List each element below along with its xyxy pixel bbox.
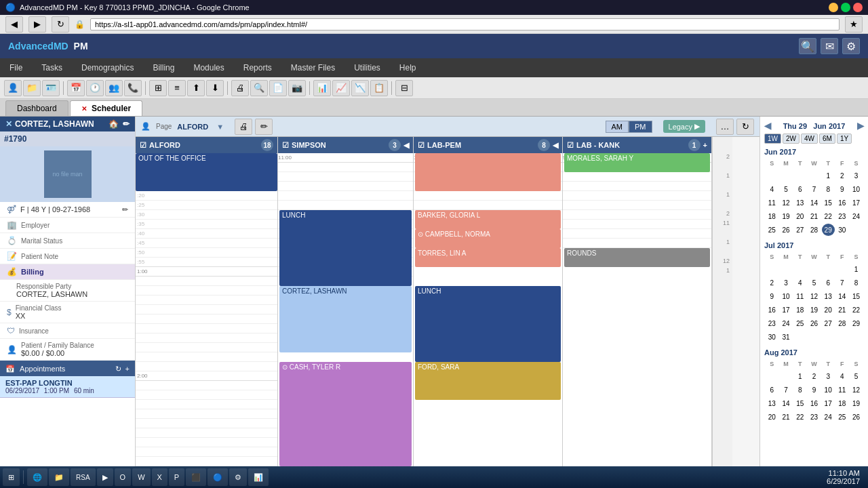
jul-day-17[interactable]: 17 bbox=[780, 304, 793, 316]
aug-day-21[interactable]: 21 bbox=[780, 411, 793, 423]
jul-day-29[interactable]: 29 bbox=[850, 317, 863, 329]
settings-icon[interactable]: ⚙ bbox=[842, 38, 860, 54]
jun-day-6[interactable]: 6 bbox=[793, 183, 806, 195]
jun-day-18[interactable]: 18 bbox=[766, 210, 778, 222]
jul-day-3[interactable]: 3 bbox=[780, 277, 793, 289]
jun-day-11[interactable]: 11 bbox=[766, 197, 778, 209]
maximize-button[interactable] bbox=[841, 3, 850, 12]
aug-day-22[interactable]: 22 bbox=[793, 411, 806, 423]
chart4-icon[interactable]: 📋 bbox=[370, 80, 388, 96]
download-icon[interactable]: ⬇ bbox=[206, 80, 224, 96]
jul-day-26[interactable]: 26 bbox=[808, 317, 821, 329]
pm-button[interactable]: PM bbox=[629, 121, 652, 133]
appt-refresh-icon[interactable]: ↻ bbox=[115, 365, 121, 373]
jul-day-23[interactable]: 23 bbox=[766, 317, 778, 329]
nav-modules[interactable]: Modules bbox=[184, 58, 233, 77]
jul-day-6[interactable]: 6 bbox=[822, 277, 835, 289]
upload-icon[interactable]: ⬆ bbox=[187, 80, 205, 96]
aug-day-3[interactable]: 3 bbox=[822, 370, 835, 382]
ppt-button[interactable]: P bbox=[169, 468, 184, 486]
aug-day-25[interactable]: 25 bbox=[836, 411, 849, 423]
jun-day-19[interactable]: 19 bbox=[780, 210, 793, 222]
aug-day-17[interactable]: 17 bbox=[822, 397, 835, 409]
jul-day-22[interactable]: 22 bbox=[850, 304, 863, 316]
doc-icon[interactable]: 📄 bbox=[269, 80, 287, 96]
media-button[interactable]: ▶ bbox=[97, 468, 113, 486]
table-icon[interactable]: ⊞ bbox=[149, 80, 167, 96]
jun-day-26[interactable]: 26 bbox=[780, 224, 793, 236]
jul-day-18[interactable]: 18 bbox=[793, 304, 806, 316]
jun-day-9[interactable]: 9 bbox=[836, 183, 849, 195]
aug-day-11[interactable]: 11 bbox=[836, 384, 849, 396]
alford-appt-out-of-office[interactable]: OUT OF THE OFFICE bbox=[136, 153, 277, 191]
aug-day-13[interactable]: 13 bbox=[766, 397, 778, 409]
jun-day-10[interactable]: 10 bbox=[850, 183, 863, 195]
simpson-collapse-icon[interactable]: ◀ bbox=[403, 141, 409, 150]
lab-pem-barker[interactable]: BARKER, GLORIA L bbox=[415, 210, 561, 229]
lab-pem-collapse-icon[interactable]: ◀ bbox=[553, 141, 558, 150]
jul-day-20[interactable]: 20 bbox=[822, 304, 835, 316]
simpson-lunch[interactable]: LUNCH bbox=[279, 210, 412, 286]
aug-day-6[interactable]: 6 bbox=[766, 384, 778, 396]
jul-day-10[interactable]: 10 bbox=[780, 290, 793, 302]
lab-kank-body[interactable]: 9:00 MORALES, SARAH Y ROUNDS bbox=[563, 153, 711, 488]
jun-day-3[interactable]: 3 bbox=[850, 169, 863, 182]
scheduler-edit-icon[interactable]: ✏ bbox=[255, 119, 273, 135]
aug-day-18[interactable]: 18 bbox=[836, 397, 849, 409]
jun-day-21[interactable]: 21 bbox=[808, 210, 821, 222]
jul-day-2[interactable]: 2 bbox=[766, 277, 778, 289]
next-month-arrow[interactable]: ▶ bbox=[857, 121, 864, 131]
jun-day-20[interactable]: 20 bbox=[793, 210, 806, 222]
simpson-cash[interactable]: ⊙ CASH, TYLER R bbox=[279, 362, 412, 466]
phone-icon[interactable]: 📞 bbox=[124, 80, 142, 96]
user-icon[interactable]: 👥 bbox=[105, 80, 123, 96]
jun-day-2[interactable]: 2 bbox=[836, 169, 849, 182]
aug-day-20[interactable]: 20 bbox=[766, 411, 778, 423]
jul-day-4[interactable]: 4 bbox=[793, 277, 806, 289]
lab-pem-campbell[interactable]: ⊙ CAMPBELL, NORMA bbox=[415, 229, 561, 248]
chevron-down-icon[interactable]: ▼ bbox=[216, 123, 224, 131]
view-1w[interactable]: 1W bbox=[764, 134, 781, 144]
nav-reports[interactable]: Reports bbox=[234, 58, 281, 77]
aug-day-5[interactable]: 5 bbox=[850, 370, 863, 382]
nav-utilities[interactable]: Utilities bbox=[344, 58, 390, 77]
aug-day-1[interactable]: 1 bbox=[793, 370, 806, 382]
aug-day-4[interactable]: 4 bbox=[836, 370, 849, 382]
jul-day-24[interactable]: 24 bbox=[780, 317, 793, 329]
start-button[interactable]: ⊞ bbox=[3, 468, 20, 486]
lab-kank-add-icon[interactable]: + bbox=[703, 141, 707, 149]
aug-day-2[interactable]: 2 bbox=[808, 370, 821, 382]
prev-month-arrow[interactable]: ◀ bbox=[764, 121, 771, 131]
simpson-cortez[interactable]: CORTEZ, LASHAWN bbox=[279, 286, 412, 352]
jun-day-16[interactable]: 16 bbox=[836, 197, 849, 209]
aug-day-23[interactable]: 23 bbox=[808, 411, 821, 423]
aug-day-9[interactable]: 9 bbox=[808, 384, 821, 396]
aug-day-19[interactable]: 19 bbox=[850, 397, 863, 409]
lab-pem-lunch[interactable]: LUNCH bbox=[415, 286, 561, 362]
more-options-icon[interactable]: … bbox=[716, 119, 734, 135]
alford-body[interactable]: OUT OF THE OFFICE 12:00 :05 :10 :15 :20 … bbox=[136, 153, 277, 488]
bookmark-button[interactable]: ★ bbox=[845, 16, 863, 33]
aug-day-14[interactable]: 14 bbox=[780, 397, 793, 409]
search-icon[interactable]: 🔍 bbox=[799, 38, 816, 54]
scan-icon[interactable]: 📷 bbox=[288, 80, 306, 96]
folder-icon[interactable]: 📁 bbox=[23, 80, 41, 96]
refresh-scheduler-icon[interactable]: ↻ bbox=[736, 119, 754, 135]
gear-button[interactable]: ⚙ bbox=[229, 468, 247, 486]
jun-day-8[interactable]: 8 bbox=[822, 183, 835, 195]
jul-day-25[interactable]: 25 bbox=[793, 317, 806, 329]
id-icon[interactable]: 🪪 bbox=[42, 80, 60, 96]
appointment-item[interactable]: EST-PAP LONGTIN 06/29/2017 1:00 PM 60 mi… bbox=[0, 376, 135, 398]
jul-day-14[interactable]: 14 bbox=[836, 290, 849, 302]
lab-pem-top-block[interactable] bbox=[415, 153, 561, 191]
jul-day-5[interactable]: 5 bbox=[808, 277, 821, 289]
jun-day-28[interactable]: 28 bbox=[808, 224, 821, 236]
chart3-icon[interactable]: 📉 bbox=[351, 80, 369, 96]
jun-day-23[interactable]: 23 bbox=[836, 210, 849, 222]
aug-day-26[interactable]: 26 bbox=[850, 411, 863, 423]
calendar-icon[interactable]: 📅 bbox=[67, 80, 85, 96]
nav-tasks[interactable]: Tasks bbox=[32, 58, 72, 77]
jun-day-5[interactable]: 5 bbox=[780, 183, 793, 195]
jun-day-22[interactable]: 22 bbox=[822, 210, 835, 222]
jul-day-7[interactable]: 7 bbox=[836, 277, 849, 289]
